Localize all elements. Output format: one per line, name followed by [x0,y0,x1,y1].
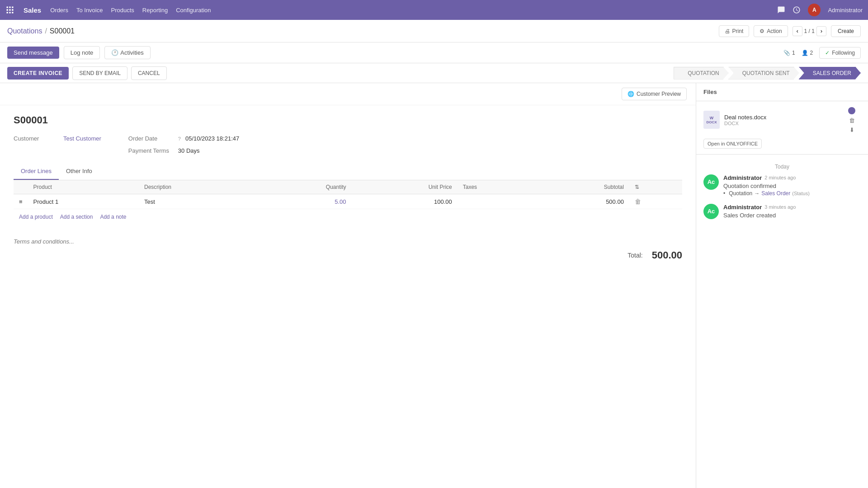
chat-icon[interactable] [777,6,785,14]
step-quotation[interactable]: QUOTATION [674,67,729,80]
table-row: ≡ Product 1 Test 5.00 100.00 500.00 🗑 [14,194,682,209]
col-quantity: Quantity [256,180,352,194]
activities-button[interactable]: 🕐 Activities [104,46,150,59]
header-actions: 🖨 Print ⚙ Action ‹ 1 / 1 › Create [719,25,861,37]
brand-name: Sales [24,6,41,14]
file-delete-button[interactable]: 🗑 [846,116,857,125]
create-invoice-button[interactable]: CREATE INVOICE [7,67,69,80]
chatter-avatar-1: Ac [703,174,719,190]
col-product: Product [28,180,139,194]
add-product-link[interactable]: Add a product [19,214,53,220]
unit-price-cell[interactable]: 100.00 [352,194,458,209]
chatter-content-2: Administrator 3 minutes ago Sales Order … [723,204,861,219]
nav-orders[interactable]: Orders [50,7,68,14]
terms-input[interactable] [14,238,415,245]
order-date-label: Order Date [128,135,174,142]
drag-handle-icon[interactable]: ≡ [19,198,23,205]
action-bar: CREATE INVOICE SEND BY EMAIL CANCEL QUOT… [0,63,868,83]
clock-icon[interactable] [793,6,801,14]
chatter-section: Today Ac Administrator 2 minutes ago Quo… [696,155,868,231]
user-avatar[interactable]: A [808,4,821,16]
total-row: Total: 500.00 [14,249,682,261]
add-section-link[interactable]: Add a section [60,214,93,220]
breadcrumb-parent[interactable]: Quotations [7,27,42,35]
file-color-button[interactable] [846,106,857,115]
nav-configuration[interactable]: Configuration [176,7,211,14]
order-date-help[interactable]: ? [178,136,181,141]
order-number: S00001 [14,114,682,126]
col-subtotal: Subtotal [534,180,629,194]
file-info: Deal notes.docx DOCX [724,114,842,126]
description-cell[interactable]: Test [139,194,256,209]
subtotal-cell: 500.00 [534,194,629,209]
step-quotation-sent[interactable]: QUOTATION SENT [728,67,799,80]
nav-products[interactable]: Products [111,7,134,14]
row-delete-cell: 🗑 [629,194,682,209]
status-to-1[interactable]: Sales Order [761,190,790,197]
message-bar-right: 📎 1 👤 2 ✓ Following [783,47,861,59]
nav-links: Orders To Invoice Products Reporting Con… [50,7,211,14]
following-button[interactable]: ✓ Following [819,47,861,59]
prev-page-button[interactable]: ‹ [793,26,802,36]
cancel-button[interactable]: CANCEL [131,66,167,80]
date-divider: Today [703,164,861,170]
files-section: Files W DOCX Deal notes.docx DOCX 🗑 ⬇ [696,83,868,155]
customer-preview-bar: 🌐 Customer Preview [0,83,696,105]
file-download-button[interactable]: ⬇ [846,126,857,134]
quantity-cell[interactable]: 5.00 [256,194,352,209]
apps-menu-button[interactable] [5,5,14,14]
left-field-group: Customer Test Customer [14,135,101,154]
log-note-button[interactable]: Log note [64,46,100,59]
breadcrumb-current: S00001 [50,27,75,35]
customer-field-row: Customer Test Customer [14,135,101,142]
left-panel: 🌐 Customer Preview S00001 Customer Test … [0,83,696,488]
badge-attachments: 📎 1 [783,50,795,56]
quantity-link[interactable]: 5.00 [335,198,346,205]
tabs: Order Lines Other Info [14,163,682,180]
chatter-avatar-2: Ac [703,204,719,219]
file-docx-icon: W DOCX [703,111,720,129]
user-name: Administrator [828,7,863,14]
action-button[interactable]: ⚙ Action [754,25,788,37]
open-onlyoffice-button[interactable]: Open in ONLYOFFICE [703,139,762,149]
next-page-button[interactable]: › [816,26,826,36]
chatter-time-1: 2 minutes ago [764,175,796,180]
chatter-name-1: Administrator [723,174,762,181]
message-bar: Send message Log note 🕐 Activities 📎 1 👤… [0,42,868,63]
file-item: W DOCX Deal notes.docx DOCX 🗑 ⬇ [696,101,868,139]
nav-reporting[interactable]: Reporting [142,7,168,14]
print-button[interactable]: 🖨 Print [719,25,750,37]
add-links: Add a product Add a section Add a note [14,209,682,225]
add-note-link[interactable]: Add a note [100,214,126,220]
globe-icon: 🌐 [627,91,634,97]
chatter-action-1: Quotation confirmed [723,183,861,189]
chatter-time-2: 3 minutes ago [764,204,796,210]
nav-to-invoice[interactable]: To Invoice [76,7,103,14]
send-message-button[interactable]: Send message [7,47,59,59]
tab-other-info[interactable]: Other Info [59,163,99,180]
paperclip-icon: 📎 [783,50,790,56]
taxes-cell[interactable] [458,194,535,209]
chatter-content-1: Administrator 2 minutes ago Quotation co… [723,174,861,197]
customer-value[interactable]: Test Customer [63,135,101,142]
payment-terms-label: Payment Terms [128,147,174,154]
product-cell[interactable]: Product 1 [28,194,139,209]
chatter-name-2: Administrator [723,204,762,211]
tab-order-lines[interactable]: Order Lines [14,163,59,180]
total-value: 500.00 [652,249,682,261]
form-fields: Customer Test Customer Order Date ? 05/1… [14,135,682,154]
open-onlyoffice-container: Open in ONLYOFFICE [696,139,868,154]
delete-row-button[interactable]: 🗑 [635,198,641,205]
form-content: S00001 Customer Test Customer Order Date… [0,105,696,234]
col-actions-header: ⇅ [629,180,682,194]
form-footer: Total: 500.00 [0,234,696,270]
customer-preview-button[interactable]: 🌐 Customer Preview [622,88,687,100]
order-date-field-row: Order Date ? 05/10/2023 18:21:47 [128,135,239,142]
status-from-1: Quotation [729,190,752,197]
page-navigation: ‹ 1 / 1 › [793,26,826,36]
create-button[interactable]: Create [831,25,861,37]
step-sales-order[interactable]: SALES ORDER [799,67,861,80]
send-by-email-button[interactable]: SEND BY EMAIL [72,66,127,80]
topnav-right: A Administrator [777,4,863,16]
total-label: Total: [627,252,642,259]
